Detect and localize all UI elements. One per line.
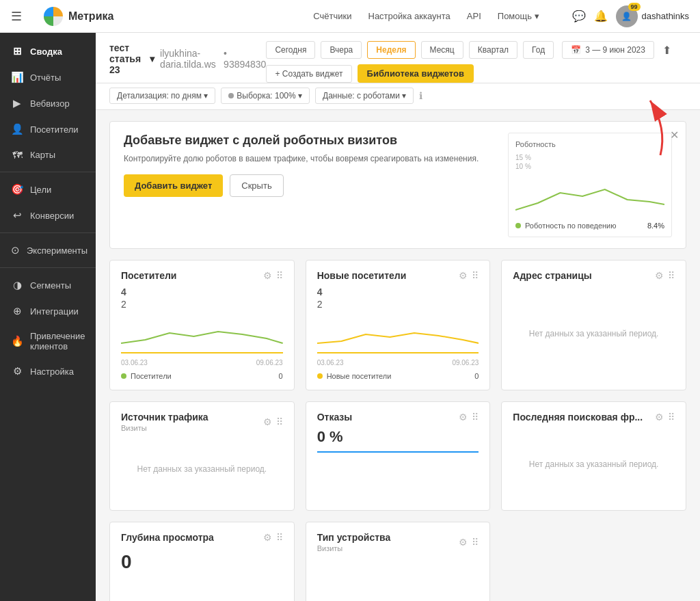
tab-mesyats[interactable]: Месяц: [421, 41, 463, 59]
legend-val: 0: [279, 372, 283, 380]
sidebar-label-eksperimenty: Эксперименты: [27, 245, 88, 256]
widget-drag-icon[interactable]: ⠿: [472, 412, 479, 423]
sidebar-label-posetiteli: Посетители: [30, 124, 79, 135]
content-header: тест статья 23 ▾ ilyukhina-daria.tilda.w…: [96, 33, 700, 83]
hamburger-icon[interactable]: ☰: [11, 9, 22, 24]
bell-icon-button[interactable]: 🔔: [594, 10, 608, 23]
tab-vchera[interactable]: Вчера: [321, 41, 362, 59]
content-wrapper: Добавьте виджет с долей роботных визитов…: [109, 121, 686, 601]
chart-value: 8.4%: [647, 222, 664, 230]
create-widget-button[interactable]: + Создать виджет: [266, 65, 351, 83]
widget-chart-area: 4 2 03.06.23 09.06.23: [121, 286, 283, 380]
widget-drag-icon[interactable]: ⠿: [276, 416, 283, 427]
widget-header: Посетители ⚙ ⠿: [121, 270, 283, 281]
widget-drag-icon[interactable]: ⠿: [472, 270, 479, 281]
tab-segodnya[interactable]: Сегодня: [266, 41, 315, 59]
site-selector[interactable]: тест статья 23 ▾ ilyukhina-daria.tilda.w…: [109, 42, 266, 75]
chart-max-val: 4: [121, 286, 283, 297]
widget-istochnik: Источник трафика Визиты ⚙ ⠿ Нет данных з…: [109, 401, 295, 511]
sidebar-item-posetiteli[interactable]: 👤 Посетители: [0, 116, 96, 142]
grid-icon: ⊞: [11, 45, 23, 57]
widget-drag-icon[interactable]: ⠿: [668, 412, 675, 423]
tab-god[interactable]: Год: [523, 41, 554, 59]
banner-chart: Роботность 15 % 10 % Роботность по повед…: [508, 133, 672, 237]
nav-actions: 💬 🔔 99 👤 dashathinks: [572, 5, 689, 27]
widget-axis: 03.06.23 09.06.23: [317, 359, 479, 366]
widget-settings-icon[interactable]: ⚙: [263, 270, 272, 281]
chart-legend: Роботность по поведению 8.4%: [515, 222, 664, 230]
chart-legend-label: Роботность по поведению: [525, 222, 617, 230]
date-range-label: 3 — 9 июн 2023: [585, 45, 645, 55]
sidebar-item-eksperimenty[interactable]: ⊙ Эксперименты: [0, 237, 96, 263]
robot-banner: Добавьте виджет с долей роботных визитов…: [109, 121, 686, 249]
filter-sample[interactable]: Выборка: 100% ▾: [221, 88, 310, 104]
sidebar-item-konversii[interactable]: ↩ Конверсии: [0, 202, 96, 228]
widget-settings-icon[interactable]: ⚙: [655, 412, 664, 423]
widget-axis: 03.06.23 09.06.23: [121, 359, 283, 366]
filter-robots[interactable]: Данные: с роботами ▾: [315, 88, 414, 104]
nav-pomoshch[interactable]: Помощь ▾: [498, 11, 539, 21]
widget-settings-icon[interactable]: ⚙: [459, 270, 468, 281]
widget-settings-icon[interactable]: ⚙: [459, 537, 468, 548]
nav-schetchiki[interactable]: Счётчики: [313, 11, 351, 21]
logo: Метрика: [44, 7, 113, 26]
sidebar-divider-1: [0, 172, 96, 172]
main-layout: ⊞ Сводка 📊 Отчёты ▶ Вебвизор 👤 Посетител…: [0, 33, 700, 601]
avatar-area[interactable]: 99 👤 dashathinks: [616, 5, 689, 27]
widget-actions: ⚙ ⠿: [655, 412, 675, 423]
sidebar-item-vebvisor[interactable]: ▶ Вебвизор: [0, 90, 96, 116]
widget-posetiteli: Посетители ⚙ ⠿ 4 2: [109, 260, 295, 390]
sidebar-item-karty[interactable]: 🗺 Карты: [0, 142, 96, 168]
widget-legend: Новые посетители 0: [317, 372, 479, 380]
widget-settings-icon[interactable]: ⚙: [459, 412, 468, 423]
sidebar-item-integratsii[interactable]: ⊕ Интеграции: [0, 298, 96, 324]
widget-drag-icon[interactable]: ⠿: [668, 270, 675, 281]
banner-close-button[interactable]: ✕: [670, 129, 679, 142]
chart-title: Роботность: [515, 140, 664, 148]
chart-label-15: 15 %: [515, 154, 664, 161]
widget-subtitle-tip: Визиты: [317, 544, 391, 552]
sidebar-item-svodka[interactable]: ⊞ Сводка: [0, 38, 96, 64]
site-name[interactable]: тест статья 23 ▾: [109, 42, 154, 75]
export-button[interactable]: ⬆: [662, 44, 671, 57]
posetiteli-chart-svg: [121, 312, 283, 347]
chat-icon-button[interactable]: 💬: [572, 10, 586, 23]
sidebar-item-privlechenie[interactable]: 🔥 Привлечение клиентов: [0, 324, 96, 358]
site-id: • 93894830: [224, 48, 266, 70]
widget-settings-icon[interactable]: ⚙: [263, 532, 272, 543]
sidebar-label-svodka: Сводка: [30, 46, 62, 57]
robot-chart-svg: [515, 176, 664, 217]
glubina-value: 0: [121, 551, 283, 573]
sidebar-item-otchety[interactable]: 📊 Отчёты: [0, 64, 96, 90]
library-button[interactable]: Библиотека виджетов: [358, 64, 474, 83]
hide-button[interactable]: Скрыть: [230, 174, 283, 197]
tab-nedelya[interactable]: Неделя: [367, 41, 415, 59]
filter-detail[interactable]: Детализация: по дням ▾: [109, 88, 215, 104]
widget-adres: Адрес страницы ⚙ ⠿ Нет данных за указанн…: [501, 260, 686, 390]
add-widget-button[interactable]: Добавить виджет: [124, 174, 223, 197]
widget-header: Адрес страницы ⚙ ⠿: [513, 270, 675, 281]
widget-drag-icon[interactable]: ⠿: [472, 537, 479, 548]
nav-api[interactable]: API: [467, 11, 481, 21]
widget-title-glubina: Глубина просмотра: [121, 532, 214, 543]
sidebar-item-segmenty[interactable]: ◑ Сегменты: [0, 272, 96, 298]
sidebar-label-segmenty: Сегменты: [30, 280, 71, 291]
sidebar-item-tseli[interactable]: 🎯 Цели: [0, 176, 96, 202]
widget-drag-icon[interactable]: ⠿: [276, 270, 283, 281]
sidebar-item-nastroika[interactable]: ⚙ Настройка: [0, 358, 96, 384]
widget-drag-icon[interactable]: ⠿: [276, 532, 283, 543]
legend-val: 0: [474, 372, 479, 380]
content-area: тест статья 23 ▾ ilyukhina-daria.tilda.w…: [96, 33, 700, 601]
widget-settings-icon[interactable]: ⚙: [263, 416, 272, 427]
experiment-icon: ⊙: [11, 244, 20, 256]
tab-kvartal[interactable]: Квартал: [469, 41, 517, 59]
app-title: Метрика: [68, 10, 113, 23]
chart-label-10: 10 %: [515, 163, 664, 170]
sidebar-label-konversii: Конверсии: [30, 211, 74, 221]
widget-title-otkazy: Отказы: [317, 412, 353, 423]
bottom-line-blue: [317, 451, 479, 453]
help-icon[interactable]: ℹ: [419, 90, 422, 101]
nav-nastroika[interactable]: Настройка аккаунта: [368, 11, 450, 21]
date-range-button[interactable]: 📅 3 — 9 июн 2023: [562, 41, 654, 59]
widget-settings-icon[interactable]: ⚙: [655, 270, 664, 281]
